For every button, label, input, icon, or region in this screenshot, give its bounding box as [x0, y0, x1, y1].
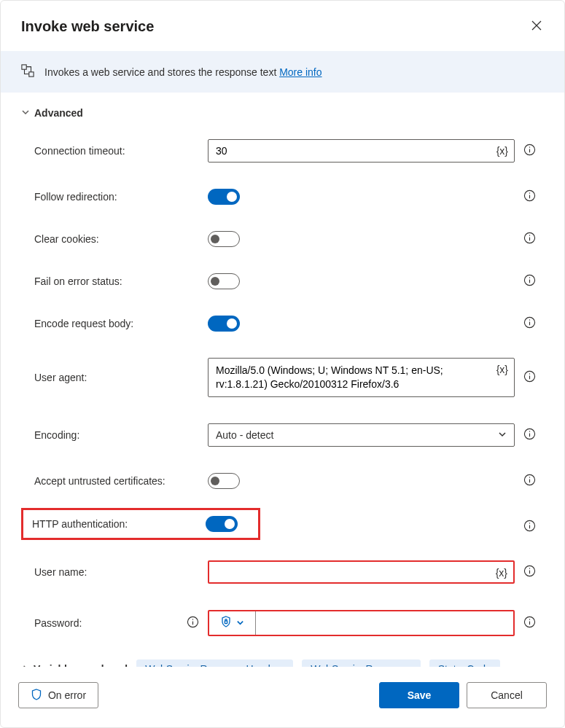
password-input-wrap[interactable]	[208, 610, 515, 636]
on-error-label: On error	[48, 689, 86, 701]
info-icon[interactable]	[523, 474, 536, 488]
accept-untrusted-label: Accept untrusted certificates:	[34, 475, 165, 487]
more-info-link[interactable]: More info	[279, 66, 322, 78]
svg-point-38	[529, 619, 529, 619]
info-icon[interactable]	[187, 616, 199, 630]
connection-timeout-label: Connection timeout:	[34, 145, 125, 157]
encoding-label: Encoding:	[34, 429, 79, 441]
close-button[interactable]	[526, 15, 547, 38]
clear-cookies-toggle[interactable]	[208, 231, 240, 247]
info-icon[interactable]	[523, 520, 536, 534]
shield-icon	[31, 689, 42, 702]
chevron-down-icon	[21, 107, 30, 119]
dialog-title: Invoke web service	[21, 18, 154, 35]
svg-point-31	[529, 568, 529, 568]
svg-point-16	[529, 319, 529, 320]
svg-rect-1	[29, 72, 34, 77]
on-error-button[interactable]: On error	[18, 682, 98, 708]
info-icon[interactable]	[523, 232, 536, 246]
fail-on-error-toggle[interactable]	[208, 273, 240, 289]
svg-point-7	[529, 192, 529, 193]
chevron-down-icon	[236, 617, 244, 629]
svg-point-19	[529, 373, 529, 374]
advanced-section-label: Advanced	[34, 107, 83, 119]
svg-point-10	[529, 235, 529, 235]
info-icon[interactable]	[523, 189, 536, 204]
advanced-section-toggle[interactable]: Advanced	[21, 107, 544, 119]
http-auth-label: HTTP authentication:	[32, 518, 128, 530]
info-icon[interactable]	[523, 616, 536, 630]
svg-point-25	[529, 477, 529, 477]
svg-point-4	[529, 146, 529, 147]
http-auth-toggle[interactable]	[206, 516, 238, 532]
info-icon[interactable]	[523, 428, 536, 442]
svg-point-28	[529, 522, 529, 523]
clear-cookies-label: Clear cookies:	[34, 233, 99, 245]
user-agent-input[interactable]	[209, 359, 514, 396]
info-icon[interactable]	[523, 274, 536, 289]
variable-pill[interactable]: WebServiceResponse	[302, 659, 420, 667]
user-name-label: User name:	[34, 566, 87, 578]
user-agent-label: User agent:	[34, 372, 87, 383]
connection-timeout-input-wrap[interactable]: {x}	[208, 139, 515, 163]
fail-on-error-label: Fail on error status:	[34, 275, 122, 287]
http-auth-row-highlight: HTTP authentication:	[21, 508, 260, 540]
follow-redirection-toggle[interactable]	[208, 189, 240, 205]
lock-icon	[220, 616, 232, 630]
connection-timeout-input[interactable]	[209, 141, 514, 161]
svg-point-34	[192, 619, 193, 619]
accept-untrusted-toggle[interactable]	[208, 473, 240, 489]
password-type-dropdown[interactable]	[209, 611, 256, 635]
user-name-input-wrap[interactable]: {x}	[208, 560, 515, 584]
info-banner: Invokes a web service and stores the res…	[1, 51, 564, 93]
variable-pill[interactable]: WebServiceResponseHeaders	[136, 659, 293, 667]
info-icon[interactable]	[523, 144, 536, 158]
chevron-down-icon	[498, 429, 507, 441]
close-icon	[531, 23, 542, 34]
password-input[interactable]	[256, 611, 513, 635]
encode-body-label: Encode request body:	[34, 318, 133, 329]
variable-token-button[interactable]: {x}	[496, 567, 507, 579]
svg-rect-35	[225, 621, 227, 624]
svg-rect-0	[22, 65, 26, 69]
encode-body-toggle[interactable]	[208, 316, 240, 332]
variable-token-button[interactable]: {x}	[496, 364, 508, 375]
info-icon[interactable]	[523, 565, 536, 579]
password-label: Password:	[34, 617, 82, 629]
variable-pill[interactable]: StatusCode	[429, 659, 500, 667]
encoding-select[interactable]: Auto - detect	[208, 423, 515, 447]
save-button[interactable]: Save	[379, 682, 459, 708]
follow-redirection-label: Follow redirection:	[34, 191, 117, 203]
info-icon[interactable]	[523, 316, 536, 331]
svg-point-22	[529, 431, 529, 431]
encoding-value: Auto - detect	[216, 429, 273, 441]
banner-text: Invokes a web service and stores the res…	[44, 66, 276, 78]
svg-point-13	[529, 277, 529, 278]
user-agent-input-wrap[interactable]: {x}	[208, 358, 515, 397]
variable-token-button[interactable]: {x}	[496, 145, 508, 157]
web-service-icon	[21, 64, 34, 79]
cancel-button[interactable]: Cancel	[467, 682, 547, 708]
user-name-input[interactable]	[209, 562, 513, 582]
info-icon[interactable]	[523, 370, 536, 385]
